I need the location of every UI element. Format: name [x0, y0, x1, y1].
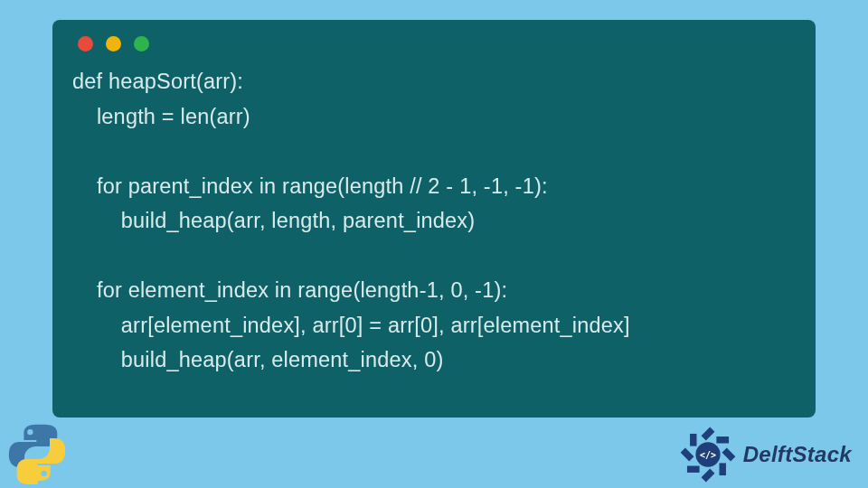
code-line: build_heap(arr, element_index, 0) [72, 348, 444, 371]
code-line: length = len(arr) [72, 105, 250, 128]
svg-rect-4 [701, 468, 714, 482]
svg-text:</>: </> [700, 450, 716, 460]
close-icon [78, 36, 93, 52]
code-line: for parent_index in range(length // 2 - … [72, 174, 548, 198]
maximize-icon [134, 36, 149, 52]
svg-rect-2 [722, 448, 735, 462]
code-line: arr[element_index], arr[0] = arr[0], arr… [72, 314, 630, 337]
python-logo-icon [5, 421, 69, 484]
site-name: DelftStack [743, 442, 852, 467]
code-line: for element_index in range(length-1, 0, … [72, 278, 507, 302]
svg-rect-5 [687, 466, 700, 473]
code-line: build_heap(arr, length, parent_index) [72, 209, 475, 232]
svg-rect-0 [701, 427, 714, 441]
site-branding: </> DelftStack [680, 427, 852, 483]
code-line: def heapSort(arr): [72, 70, 243, 93]
svg-rect-7 [690, 434, 696, 446]
svg-rect-1 [716, 436, 729, 443]
code-block: def heapSort(arr): length = len(arr) for… [72, 64, 796, 378]
window-traffic-lights [72, 36, 796, 52]
delftstack-emblem-icon: </> [680, 427, 736, 483]
svg-rect-6 [680, 448, 693, 462]
minimize-icon [106, 36, 121, 52]
code-window: def heapSort(arr): length = len(arr) for… [52, 20, 816, 418]
svg-rect-3 [719, 463, 725, 475]
